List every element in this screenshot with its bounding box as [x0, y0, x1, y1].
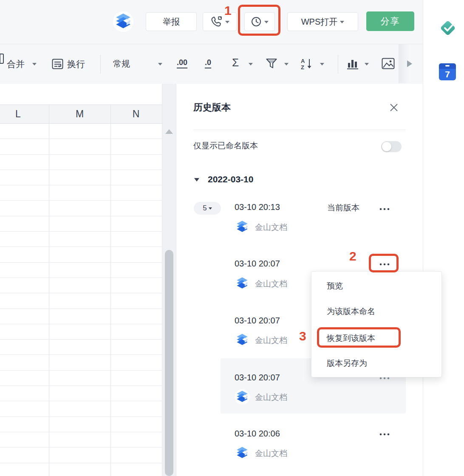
version-time[interactable]: 03-10 20:07 [235, 314, 280, 326]
wps-open-label: WPS打开 [301, 16, 338, 28]
annotation-step-3: 3 [299, 330, 306, 343]
provider-label: 金山文档 [255, 222, 287, 233]
date-group-collapse-icon[interactable] [194, 178, 199, 181]
version-time[interactable]: 03-10 20:13 [235, 201, 280, 213]
share-button-label: 分享 [381, 15, 400, 27]
kdocs-provider-icon [235, 276, 250, 291]
merge-dropdown-icon[interactable] [32, 63, 37, 68]
kdocs-provider-icon [235, 332, 250, 348]
column-header-row[interactable]: L M N [0, 105, 162, 124]
history-button[interactable] [244, 12, 275, 31]
more-actions-icon[interactable] [379, 430, 390, 438]
sort-az-icon[interactable]: A Z [300, 57, 314, 72]
call-button[interactable] [203, 12, 237, 31]
column-header-L[interactable]: L [0, 105, 49, 123]
history-clock-icon [251, 16, 262, 27]
wrap-text-icon [52, 58, 64, 72]
decrease-decimal-button[interactable]: .0 [205, 58, 211, 68]
call-icon [210, 16, 223, 28]
panel-title: 历史版本 [193, 101, 231, 114]
version-count-badge[interactable]: 5 [194, 202, 221, 215]
svg-text:Z: Z [301, 64, 304, 70]
provider-label: 金山文档 [255, 278, 287, 289]
spreadsheet-grid[interactable]: L M N [0, 84, 162, 476]
menu-item-save-version-as[interactable]: 版本另存为 [311, 355, 441, 372]
kdocs-provider-icon [235, 219, 250, 235]
sum-button[interactable]: Σ [232, 56, 239, 69]
grid-top-strip [0, 84, 162, 105]
report-button-label: 举报 [163, 16, 180, 28]
chart-dropdown-icon[interactable] [365, 63, 369, 68]
wrap-button[interactable]: 换行 [67, 44, 85, 84]
chevron-down-icon [340, 21, 344, 26]
report-button[interactable]: 举报 [146, 12, 197, 31]
more-actions-icon[interactable] [379, 260, 390, 268]
number-format-select[interactable]: 常规 [113, 44, 130, 84]
merge-cells-icon [0, 54, 4, 65]
chart-icon[interactable] [346, 58, 359, 71]
chevron-down-icon [225, 21, 229, 26]
menu-item-restore-version[interactable]: 恢复到该版本 [311, 330, 441, 347]
toolbar-divider [100, 55, 101, 74]
right-dock: 7 [423, 0, 464, 476]
current-version-tag: 当前版本 [327, 203, 359, 213]
kdocs-provider-icon [235, 445, 250, 461]
more-actions-icon[interactable] [379, 205, 390, 212]
kdocs-provider-icon [235, 389, 250, 405]
toggle-knob [382, 142, 391, 151]
merge-button[interactable]: 合并 [7, 44, 25, 84]
annotation-step-1: 1 [224, 4, 232, 17]
version-time[interactable]: 03-10 20:06 [235, 428, 280, 439]
sum-dropdown-icon[interactable] [249, 63, 253, 68]
todo-check-icon[interactable] [439, 19, 457, 37]
vertical-scrollbar[interactable] [162, 84, 176, 476]
panel-divider [193, 130, 406, 130]
version-time[interactable]: 03-10 20:07 [235, 371, 280, 383]
wps-open-button[interactable]: WPS打开 [287, 12, 358, 31]
grid-cells[interactable] [0, 124, 162, 476]
provider-label: 金山文档 [255, 448, 287, 459]
provider-label: 金山文档 [255, 392, 287, 403]
provider-label: 金山文档 [255, 335, 287, 346]
version-time[interactable]: 03-10 20:07 [235, 258, 280, 269]
close-icon[interactable] [389, 102, 399, 113]
grid-column-line [49, 105, 49, 476]
spreadsheet-toolbar: 合并 换行 常规 .00 .0 Σ A Z [0, 44, 423, 84]
version-context-menu: 预览 为该版本命名 恢复到该版本 版本另存为 [311, 271, 442, 377]
chevron-down-icon [209, 207, 212, 211]
version-count-value: 5 [203, 204, 207, 212]
filter-dropdown-icon[interactable] [284, 63, 289, 68]
date-group-label[interactable]: 2022-03-10 [208, 174, 253, 185]
svg-text:7: 7 [445, 69, 450, 79]
calendar-7-icon[interactable]: 7 [439, 63, 456, 80]
svg-text:A: A [301, 58, 305, 64]
toolbar-divider [338, 55, 338, 74]
only-named-versions-label: 仅显示已命名版本 [193, 141, 258, 151]
grid-column-line [110, 105, 111, 476]
toolbar-expand-icon[interactable] [407, 60, 412, 67]
top-bar: 举报 1 WPS打开 分享 [0, 0, 423, 44]
image-icon[interactable] [382, 58, 395, 71]
scroll-up-icon[interactable] [165, 129, 173, 134]
menu-item-preview[interactable]: 预览 [311, 278, 441, 295]
number-format-dropdown-icon[interactable] [158, 63, 162, 68]
scrollbar-thumb[interactable] [165, 250, 173, 476]
share-button[interactable]: 分享 [366, 11, 414, 31]
column-header-N[interactable]: N [110, 105, 161, 123]
column-header-M[interactable]: M [49, 105, 110, 123]
menu-item-name-version[interactable]: 为该版本命名 [311, 303, 441, 320]
sort-dropdown-icon[interactable] [320, 63, 324, 68]
annotation-step-2: 2 [349, 250, 356, 263]
kdocs-logo-icon [113, 11, 133, 32]
increase-decimal-button[interactable]: .00 [177, 58, 187, 68]
chevron-down-icon [264, 21, 269, 26]
only-named-toggle[interactable] [381, 141, 402, 152]
filter-icon[interactable] [266, 58, 277, 71]
